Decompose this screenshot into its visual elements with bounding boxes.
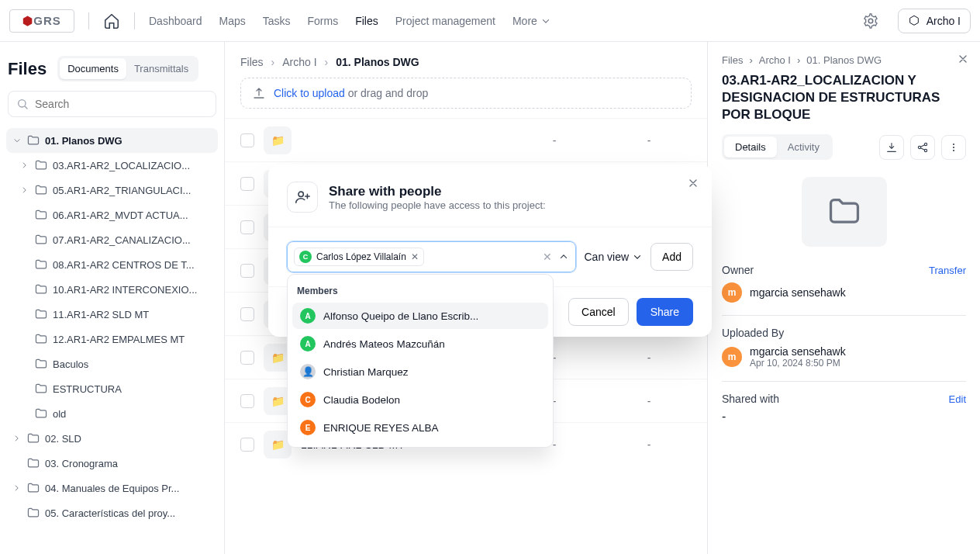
modal-subtitle: The following people have access to this…: [329, 199, 546, 211]
share-button[interactable]: Share: [637, 298, 693, 326]
clear-input[interactable]: ✕: [543, 251, 552, 263]
people-input[interactable]: C Carlos López Villalaín ✕ ✕: [287, 241, 576, 272]
avatar: A: [300, 308, 316, 324]
member-option[interactable]: 👤Christian Marquez: [292, 358, 548, 385]
person-chip: C Carlos López Villalaín ✕: [294, 248, 424, 266]
avatar: C: [300, 392, 316, 407]
members-dropdown: Members AAlfonso Queipo de Llano Escrib.…: [287, 274, 554, 448]
modal-close-button[interactable]: [687, 177, 699, 192]
chevron-down-icon: [632, 251, 643, 262]
avatar: 👤: [300, 364, 316, 379]
avatar: A: [300, 336, 316, 351]
chip-remove[interactable]: ✕: [411, 251, 419, 262]
add-button[interactable]: Add: [650, 243, 693, 271]
permission-select[interactable]: Can view: [584, 251, 643, 263]
share-icon-box: [287, 182, 318, 213]
modal-title: Share with people: [329, 184, 546, 199]
share-modal: Share with people The following people h…: [268, 164, 712, 337]
cancel-button[interactable]: Cancel: [568, 298, 629, 326]
user-plus-icon: [294, 189, 311, 206]
dropdown-header: Members: [288, 281, 553, 301]
avatar: C: [299, 251, 312, 263]
modal-backdrop: Share with people The following people h…: [0, 0, 980, 554]
chevron-up-icon[interactable]: [558, 251, 569, 262]
member-option[interactable]: EENRIQUE REYES ALBA: [292, 414, 548, 441]
avatar: E: [300, 420, 316, 435]
close-icon: [687, 177, 699, 189]
member-option[interactable]: AAndrés Mateos Mazcuñán: [292, 331, 548, 357]
member-option[interactable]: AAlfonso Queipo de Llano Escrib...: [292, 303, 548, 329]
member-option[interactable]: CClaudia Bodelon: [292, 386, 548, 413]
svg-point-8: [298, 192, 303, 196]
